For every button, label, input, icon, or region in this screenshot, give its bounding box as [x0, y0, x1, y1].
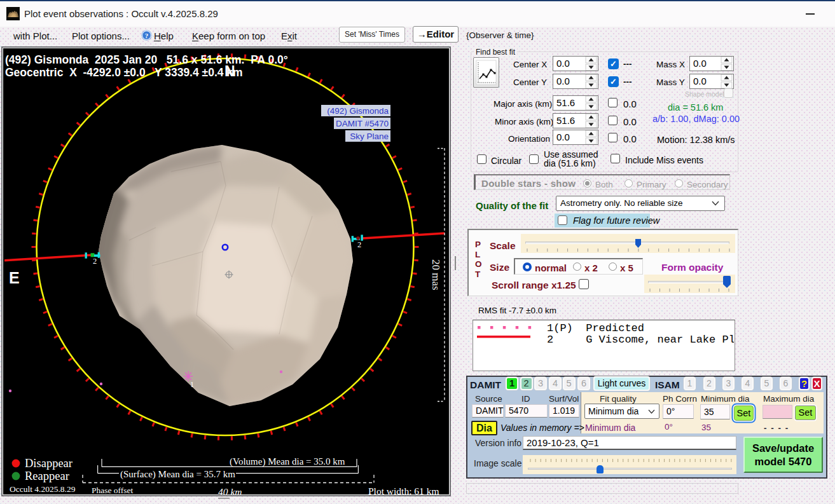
svg-text:20 mas: 20 mas [430, 259, 442, 290]
svg-text:1: 1 [190, 380, 194, 389]
svg-text:?: ? [145, 32, 149, 39]
svg-text:Occult 4.2025.8.29: Occult 4.2025.8.29 [10, 484, 76, 494]
svg-text:Sky Plane: Sky Plane [350, 132, 389, 141]
svg-text:Plot width: 61 km: Plot width: 61 km [368, 486, 439, 495]
svg-text:Geocentric X -4292.0 ±0.0: Geocentric X -4292.0 ±0.0 Y 3339.4 ±0.4 … [5, 66, 243, 79]
svg-text:2: 2 [93, 257, 97, 266]
svg-text:(Volume) Mean dia = 35.0 km: (Volume) Mean dia = 35.0 km [230, 456, 345, 467]
svg-text:DAMIT #5470: DAMIT #5470 [336, 119, 389, 128]
svg-text:(492) Gismonda: (492) Gismonda [327, 106, 389, 116]
svg-text:(492) Gismonda 2025 Jan 20: (492) Gismonda 2025 Jan 20 51.6 x 51.6 k… [5, 53, 288, 66]
svg-text:Disappear: Disappear [25, 457, 72, 470]
svg-text:(Surface) Mean dia = 35.7 km: (Surface) Mean dia = 35.7 km [120, 469, 235, 480]
svg-text:N: N [224, 63, 235, 79]
svg-text:E: E [9, 269, 20, 287]
svg-text:Reappear: Reappear [25, 470, 69, 482]
svg-text:2: 2 [357, 240, 361, 249]
svg-text:40 km: 40 km [218, 486, 242, 495]
svg-text:Phase offset: Phase offset [92, 486, 134, 495]
